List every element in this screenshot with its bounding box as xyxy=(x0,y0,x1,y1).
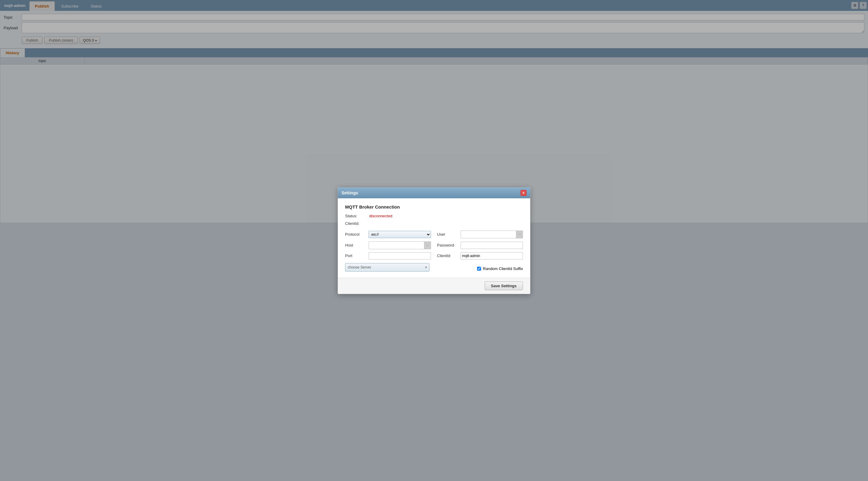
random-suffix-group: Random ClientId Suffix xyxy=(477,266,523,271)
modal-title: MQTT Broker Connection xyxy=(345,204,523,210)
host-group: Host ··· xyxy=(345,242,431,249)
save-settings-button[interactable]: Save Settings xyxy=(485,282,523,290)
password-group: Password xyxy=(437,242,523,249)
port-group: Port xyxy=(345,252,431,259)
password-input[interactable] xyxy=(461,242,523,249)
clientid-field-input[interactable] xyxy=(461,252,523,259)
choose-server-chevron-icon: ▾ xyxy=(425,265,427,269)
close-icon: × xyxy=(522,191,524,195)
host-input-wrapper: ··· xyxy=(369,242,431,249)
modal-body: MQTT Broker Connection Status: disconnec… xyxy=(338,198,530,278)
port-input[interactable] xyxy=(369,252,431,259)
status-value: disconnected xyxy=(369,214,393,218)
random-suffix-checkbox[interactable] xyxy=(477,267,481,270)
modal-close-button[interactable]: × xyxy=(521,190,527,196)
bottom-options-row: choose Server ▾ Random ClientId Suffix xyxy=(345,263,523,271)
user-input-wrapper: ··· xyxy=(461,230,523,238)
modal-overlay: Settings × MQTT Broker Connection Status… xyxy=(0,0,868,481)
host-input[interactable] xyxy=(369,242,424,249)
password-label: Password xyxy=(437,243,458,248)
port-label: Port xyxy=(345,253,366,258)
choose-server-label: choose Server xyxy=(348,265,371,269)
user-input[interactable] xyxy=(461,231,516,238)
protocol-group: Protocol ws:// wss:// mqtt:// xyxy=(345,230,431,238)
user-group: User ··· xyxy=(437,230,523,238)
modal-header-title: Settings xyxy=(341,190,358,195)
user-browse-button[interactable]: ··· xyxy=(516,231,523,238)
modal-footer: Save Settings xyxy=(338,278,530,294)
clientid-row: ClientId: xyxy=(345,221,523,226)
protocol-select[interactable]: ws:// wss:// mqtt:// xyxy=(369,231,431,238)
clientid-field-group: ClientId xyxy=(437,252,523,259)
modal-header: Settings × xyxy=(338,188,530,198)
clientid-field-label: ClientId xyxy=(437,253,458,258)
choose-server-group: choose Server ▾ xyxy=(345,263,430,271)
settings-grid: Protocol ws:// wss:// mqtt:// User ··· xyxy=(345,230,523,259)
user-label: User xyxy=(437,232,458,236)
settings-modal: Settings × MQTT Broker Connection Status… xyxy=(338,187,530,294)
content-area: topic Settings × MQTT Broker Connection … xyxy=(0,57,868,223)
host-browse-button[interactable]: ··· xyxy=(424,242,431,249)
status-label: Status: xyxy=(345,214,369,218)
choose-server-button[interactable]: choose Server ▾ xyxy=(345,263,430,271)
clientid-label: ClientId: xyxy=(345,221,369,226)
protocol-label: Protocol xyxy=(345,232,366,236)
status-row: Status: disconnected xyxy=(345,214,523,218)
random-suffix-label: Random ClientId Suffix xyxy=(483,266,523,271)
host-label: Host xyxy=(345,243,366,248)
